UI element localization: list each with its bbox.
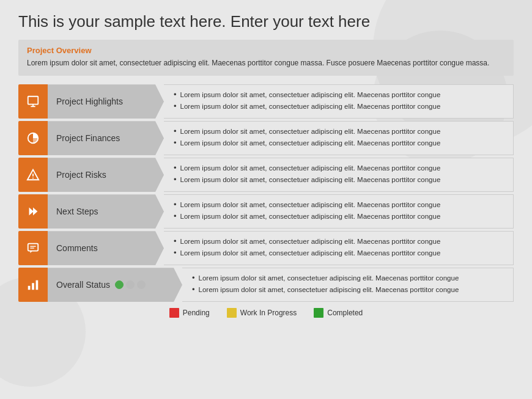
label-status: Overall Status [48,268,182,302]
row-status: Overall Status Lorem ipsum dolor sit ame… [18,268,514,302]
legend-color-wip [227,308,237,318]
status-dots [115,280,146,289]
icon-box-risks [18,158,48,192]
finances-icon [26,131,40,145]
content-highlights: Lorem ipsum dolor sit amet, consectetuer… [164,84,514,119]
content-item: Lorem ipsum dolor sit amet, consectetuer… [192,285,507,295]
legend-label-pending: Pending [183,309,210,317]
dot-gray [126,280,135,289]
content-item: Lorem ipsum dolor sit amet, consectetuer… [174,248,507,258]
legend-color-pending [169,308,179,318]
main-title: This is your sample text here. Enter you… [18,12,514,31]
content-status: Lorem ipsum dolor sit amet, consectetuer… [182,268,514,302]
label-text-nextsteps: Next Steps [56,207,98,216]
label-nextsteps: Next Steps [48,194,164,229]
legend: Pending Work In Progress Completed [18,308,514,318]
content-finances: Lorem ipsum dolor sit amet, consectetuer… [164,121,514,155]
overview-title: Project Overview [27,46,505,55]
row-risks: Project Risks Lorem ipsum dolor sit amet… [18,158,514,192]
row-nextsteps: Next Steps Lorem ipsum dolor sit amet, c… [18,194,514,229]
icon-box-status [18,268,48,302]
highlights-icon [26,95,40,108]
content-item: Lorem ipsum dolor sit amet, consectetuer… [174,175,507,185]
legend-label-wip: Work In Progress [240,309,297,317]
content-item: Lorem ipsum dolor sit amet, consectetuer… [174,126,507,137]
row-highlights: Project Highlights Lorem ipsum dolor sit… [18,84,514,119]
status-icon [26,278,40,291]
label-text-risks: Project Risks [56,170,106,180]
content-nextsteps: Lorem ipsum dolor sit amet, consectetuer… [164,194,514,229]
svg-rect-0 [28,97,39,104]
nextsteps-icon [26,205,40,218]
dot-green [115,280,124,289]
svg-rect-15 [36,280,39,290]
overview-box: Project Overview Lorem ipsum dolor sit a… [18,40,514,76]
content-comments: Lorem ipsum dolor sit amet, consectetuer… [164,231,514,265]
label-comments: Comments [48,231,164,265]
content-item: Lorem ipsum dolor sit amet, consectetuer… [174,236,507,247]
content-item: Lorem ipsum dolor sit amet, consectetuer… [192,273,507,284]
legend-pending: Pending [169,308,210,318]
row-comments: Comments Lorem ipsum dolor sit amet, con… [18,231,514,265]
legend-completed: Completed [314,308,363,318]
label-finances: Project Finances [48,121,164,155]
content-item: Lorem ipsum dolor sit amet, consectetuer… [174,90,507,100]
svg-rect-14 [32,283,34,290]
row-finances: Project Finances Lorem ipsum dolor sit a… [18,121,514,155]
label-text-comments: Comments [56,243,98,253]
svg-rect-13 [28,286,31,290]
content-item: Lorem ipsum dolor sit amet, consectetuer… [174,163,507,174]
risks-icon [26,168,40,181]
icon-box-nextsteps [18,194,48,229]
content-item: Lorem ipsum dolor sit amet, consectetuer… [174,211,507,222]
dot-gray2 [137,280,146,289]
legend-color-completed [314,308,323,318]
content-item: Lorem ipsum dolor sit amet, consectetuer… [174,200,507,210]
overview-text: Lorem ipsum dolor sit amet, consectetuer… [27,57,505,68]
label-highlights: Project Highlights [48,84,164,119]
content-risks: Lorem ipsum dolor sit amet, consectetuer… [164,158,514,192]
label-text-status: Overall Status [56,280,110,290]
content-item: Lorem ipsum dolor sit amet, consectetuer… [174,101,507,112]
icon-box-comments [18,231,48,265]
icon-box-highlights [18,84,48,119]
legend-wip: Work In Progress [227,308,297,318]
label-text-highlights: Project Highlights [56,97,123,106]
rows-container: Project Highlights Lorem ipsum dolor sit… [18,84,514,302]
label-text-finances: Project Finances [56,133,120,143]
svg-marker-8 [33,208,37,216]
icon-box-finances [18,121,48,155]
comments-icon [26,241,40,255]
label-risks: Project Risks [48,158,164,192]
legend-label-completed: Completed [327,309,363,317]
svg-marker-7 [29,208,34,216]
svg-marker-10 [30,251,32,254]
svg-point-6 [32,178,34,179]
svg-rect-9 [28,244,39,251]
content-item: Lorem ipsum dolor sit amet, consectetuer… [174,138,507,148]
